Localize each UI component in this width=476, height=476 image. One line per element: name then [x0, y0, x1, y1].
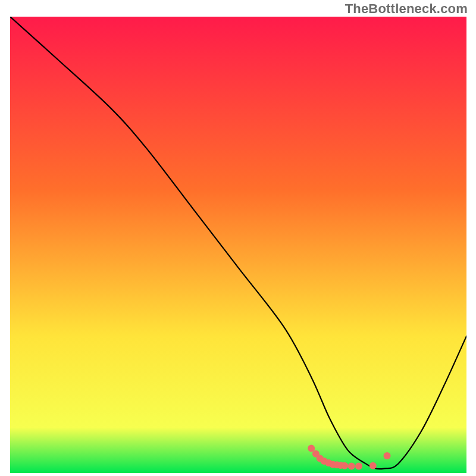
- gradient-background: [10, 17, 466, 473]
- attribution-text: TheBottleneck.com: [345, 1, 468, 17]
- data-marker: [341, 462, 348, 469]
- chart-area: [10, 17, 466, 473]
- data-marker: [308, 445, 315, 452]
- data-marker: [384, 452, 391, 459]
- data-marker: [355, 463, 362, 470]
- data-marker: [369, 462, 377, 469]
- data-marker: [348, 463, 355, 470]
- bottleneck-chart: [10, 17, 466, 473]
